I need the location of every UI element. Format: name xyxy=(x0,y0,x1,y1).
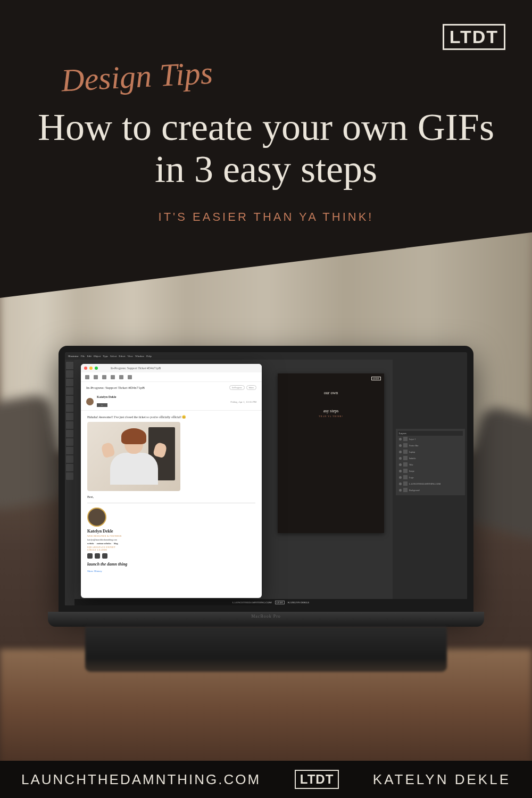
layer-name: Script xyxy=(409,470,414,472)
layer-row: Background xyxy=(398,487,463,493)
laptop-model-label: MacBook Pro xyxy=(251,614,281,619)
rotate-tool-icon xyxy=(66,421,73,429)
email-body: Hahaha! Awesome!! I've just closed the t… xyxy=(81,411,262,577)
layer-name: LAUNCHTHEDAMNTHING.COM xyxy=(409,483,440,485)
sender-avatar xyxy=(86,398,94,405)
menu-edit: Edit xyxy=(87,355,92,358)
signature-link: custom websites xyxy=(97,542,111,545)
zoom-tool-icon xyxy=(66,472,73,480)
signature-email: katelyn@launchthedamnthing.com xyxy=(87,538,255,541)
email-subject-row: In-Progress: Support Ticket #D4x71pB In-… xyxy=(81,382,262,393)
menu-file: File xyxy=(81,355,85,358)
signature-link: website xyxy=(87,542,94,545)
to-label: to: xyxy=(97,403,107,407)
visibility-icon xyxy=(399,463,402,466)
gif-body xyxy=(110,453,158,485)
layer-thumbnail xyxy=(403,437,408,441)
layer-row: Laptop xyxy=(398,448,463,455)
layer-thumbnail xyxy=(403,481,408,486)
social-icon xyxy=(87,553,93,559)
signature-avatar xyxy=(87,508,106,527)
forward-icon xyxy=(119,375,123,379)
footer-logo-wrap: LTDT xyxy=(295,770,339,789)
layer-thumbnail xyxy=(403,488,408,492)
laptop-screen: Illustrator File Edit Object Type Select… xyxy=(59,346,473,612)
trash-icon xyxy=(94,375,98,379)
layer-name: Layer 1 xyxy=(409,438,415,440)
gif-head xyxy=(124,433,143,454)
eyedropper-tool-icon xyxy=(66,447,73,454)
signature-tag: CIRCLE LEADER xyxy=(87,548,255,551)
email-titlebar: In-Progress: Support Ticket #D4x71pB xyxy=(81,364,262,372)
signature-title: WEB DESIGNER & FOUNDER xyxy=(87,535,255,537)
archive-icon xyxy=(85,375,89,379)
layers-panel: Layers Layer 1 Footer Bar Laptop Subtitl… xyxy=(396,429,465,495)
menu-help: Help xyxy=(146,355,152,358)
artboard-title-fragment: asy steps xyxy=(282,409,380,414)
artboard-tool-icon xyxy=(66,455,73,463)
email-badges: In-Progress Inbox xyxy=(229,385,256,390)
layer-name: Title xyxy=(409,463,413,466)
footer-url: LAUNCHTHEDAMNTHING.COM xyxy=(21,771,261,788)
layer-name: Background xyxy=(409,489,420,492)
rectangle-tool-icon xyxy=(66,396,73,403)
layer-thumbnail xyxy=(403,462,408,467)
menu-window: Window xyxy=(135,355,144,358)
email-message: Hahaha! Awesome!! I've just closed the t… xyxy=(87,415,255,419)
illustrator-menubar: Illustrator File Edit Object Type Select… xyxy=(65,352,467,360)
status-badge: In-Progress xyxy=(229,385,244,390)
page-title: How to create your own GIFs in 3 easy st… xyxy=(27,106,505,190)
visibility-icon xyxy=(399,470,402,472)
layer-row: LAUNCHTHEDAMNTHING.COM xyxy=(398,480,463,487)
illustrator-toolbar xyxy=(65,360,74,605)
layer-row: Layer 1 xyxy=(398,436,463,442)
gif-hair xyxy=(121,428,146,444)
email-window: In-Progress: Support Ticket #D4x71pB In-… xyxy=(81,364,262,598)
layer-row: Subtitle xyxy=(398,455,463,461)
social-icon xyxy=(95,553,100,559)
footer-logo: LTDT xyxy=(295,770,339,789)
footer-bar: LAUNCHTHEDAMNTHING.COM LTDT KATELYN DEKL… xyxy=(0,761,532,798)
gif-person xyxy=(107,433,161,491)
email-from-row: Katelyn Dekle to: Friday, Apr 1, 12:05 P… xyxy=(81,393,262,411)
signature-links: website·custom websites·blog xyxy=(87,542,255,545)
app-name: Illustrator xyxy=(68,355,79,358)
layers-panel-header: Layers xyxy=(398,431,463,436)
signature-divider xyxy=(87,503,255,503)
email-tab-title: In-Progress: Support Ticket #D4x71pB xyxy=(111,367,161,370)
show-history-link: Show History xyxy=(87,570,255,572)
signature-link: blog xyxy=(114,542,118,545)
layer-name: Logo xyxy=(409,476,413,479)
hero-photo: Illustrator File Edit Object Type Select… xyxy=(0,229,532,766)
reply-all-icon xyxy=(111,375,115,379)
visibility-icon xyxy=(399,476,402,479)
brush-tool-icon xyxy=(66,404,73,412)
signature-social-icons xyxy=(87,553,255,559)
gif-hand xyxy=(101,442,115,459)
artboard-logo: LTDT xyxy=(371,377,381,380)
artboard-title-fragment: our own xyxy=(282,391,380,396)
artboard-footer-url: LAUNCHTHEDAMNTHING.COM xyxy=(232,601,272,604)
illustrator-artboard: LTDT our own asy steps THAN YA THINK! xyxy=(278,373,384,533)
visibility-icon xyxy=(399,483,402,485)
email-toolbar xyxy=(81,372,262,382)
layer-name: Subtitle xyxy=(409,457,415,460)
reply-icon xyxy=(102,375,106,379)
layer-row: Title xyxy=(398,461,463,468)
laptop-mockup: Illustrator File Edit Object Type Select… xyxy=(48,346,484,718)
eraser-tool-icon xyxy=(66,413,73,420)
email-gif-attachment xyxy=(87,422,180,491)
maximize-icon xyxy=(95,367,98,370)
minimize-icon xyxy=(89,367,93,370)
visibility-icon xyxy=(399,451,402,453)
footer-author: KATELYN DEKLE xyxy=(373,771,511,788)
layer-thumbnail xyxy=(403,456,408,460)
layer-row: Script xyxy=(398,468,463,474)
visibility-icon xyxy=(399,489,402,492)
gradient-tool-icon xyxy=(66,438,73,446)
category-script: Design Tips xyxy=(60,55,213,99)
direct-select-tool-icon xyxy=(66,370,73,378)
layer-name: Footer Bar xyxy=(409,444,418,447)
close-icon xyxy=(84,367,87,370)
signature-name: Katelyn Dekle xyxy=(87,529,255,534)
